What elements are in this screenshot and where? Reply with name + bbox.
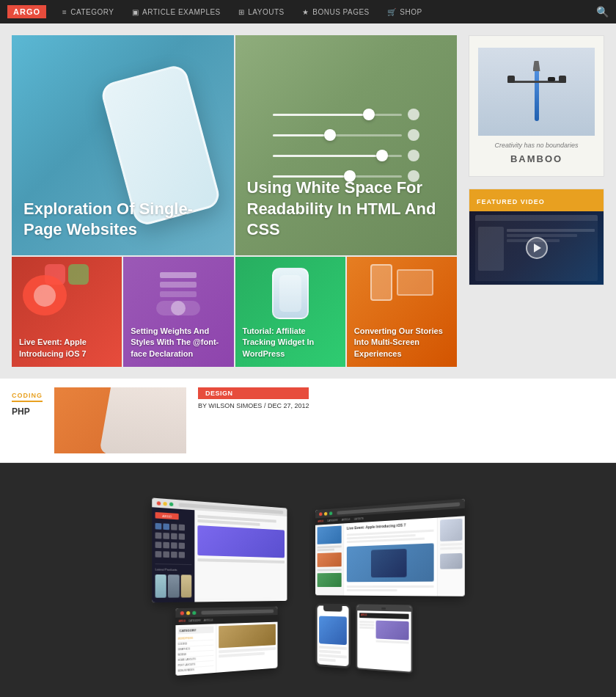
- tag-php: PHP: [12, 406, 43, 417]
- navbar-item-bonus-pages[interactable]: ★ BONUS PAGES: [295, 5, 377, 19]
- tablet-mockup: ARGO: [356, 604, 413, 673]
- bonus-icon: ★: [302, 8, 309, 16]
- browser-mockup-article: ARGO CATEGORY ARTICLE LAYOUTS Live Event…: [315, 498, 465, 596]
- left-content: Exploration Of Single-Page Websites: [12, 35, 457, 367]
- showcase-section: ARGO: [0, 463, 616, 697]
- bottom-card-ios[interactable]: Live Event: Apple Introducing iOS 7: [12, 257, 122, 367]
- featured-video-header: FEATURED VIDEO: [469, 189, 604, 211]
- thumbnail-list: [315, 523, 344, 595]
- window-dot-yellow: [163, 501, 166, 506]
- slider-row-3: [273, 150, 419, 161]
- slider-row-1: [273, 109, 419, 120]
- navbar-item-category[interactable]: ≡ CATEGORY: [55, 5, 122, 19]
- tag-coding[interactable]: CODING: [12, 392, 43, 402]
- cart-icon: 🛒: [387, 8, 397, 16]
- featured-video-section: FEATURED VIDEO: [469, 189, 604, 285]
- main-layout: Exploration Of Single-Page Websites: [0, 23, 616, 379]
- window-dot-red: [157, 501, 161, 506]
- bottom-card-fontface-title: Setting Weights And Styles With The @fon…: [131, 326, 226, 360]
- slider-end-circle-3: [408, 150, 419, 161]
- screenshot-stack-left: ARGO: [152, 497, 287, 677]
- bottom-card-affiliate-title: Tutorial: Affiliate Tracking Widget In W…: [243, 326, 338, 360]
- category-content: ARGO CATEGORY ARTICLE CATEGORY WORDPRESS…: [175, 615, 277, 676]
- video-thumbnail[interactable]: [469, 211, 604, 285]
- preview-phone: [99, 387, 186, 453]
- bottom-cards-grid: Live Event: Apple Introducing iOS 7 Sett…: [12, 257, 457, 367]
- affiliate-graphic: [261, 264, 320, 323]
- browser-mockup-category: ARGO CATEGORY ARTICLE CATEGORY WORDPRESS…: [175, 607, 277, 676]
- article-meta: BY WILSON SIMOES / DEC 27, 2012: [198, 402, 309, 409]
- dark-main: [194, 510, 287, 602]
- bottom-card-fontface[interactable]: Setting Weights And Styles With The @fon…: [123, 257, 233, 367]
- dark-sidebar: ARGO: [152, 507, 194, 602]
- screenshot-stack-right: ARGO CATEGORY ARTICLE LAYOUTS Live Event…: [315, 498, 465, 676]
- small-mockups: ARGO: [315, 603, 465, 677]
- article-author: WILSON SIMOES: [208, 402, 262, 409]
- slider-row-2: [273, 129, 419, 141]
- tag-design-badge: DESIGN: [198, 387, 309, 399]
- below-fold-left: CODING PHP: [12, 387, 43, 417]
- slider-end-circle-2: [408, 129, 419, 141]
- browser-mockup-dark: ARGO: [152, 497, 287, 602]
- menu-icon: ≡: [62, 8, 67, 16]
- layouts-icon: ⊞: [238, 8, 245, 16]
- hero-card-whitespace[interactable]: Using White Space For Readability In HTM…: [235, 35, 458, 255]
- window-dot-green: [169, 502, 173, 506]
- browser-content: ARGO: [152, 507, 287, 602]
- ios-graphic: [23, 275, 67, 315]
- sidebar: Creativity has no boundaries BAMBOO FEAT…: [469, 35, 604, 367]
- featured-video-label: FEATURED VIDEO: [477, 198, 545, 205]
- bottom-card-ios-title: Live Event: Apple Introducing iOS 7: [19, 337, 114, 360]
- bottom-card-converting[interactable]: Converting Our Stories Into Multi-Screen…: [347, 257, 457, 367]
- navbar-items: ≡ CATEGORY ▣ ARTICLE EXAMPLES ⊞ LAYOUTS …: [55, 5, 596, 19]
- ad-robot-graphic: [478, 48, 595, 136]
- ad-tagline: Creativity has no boundaries: [478, 142, 595, 149]
- preview-image[interactable]: [54, 387, 186, 453]
- phone-mockup: [315, 603, 351, 668]
- article-date: DEC 27, 2012: [268, 402, 309, 409]
- hero-grid: Exploration Of Single-Page Websites: [12, 35, 457, 255]
- search-icon[interactable]: 🔍: [596, 6, 609, 18]
- hero-card-2-title: Using White Space For Readability In HTM…: [247, 178, 446, 241]
- below-fold-right: DESIGN BY WILSON SIMOES / DEC 27, 2012: [198, 387, 309, 409]
- article-icon: ▣: [132, 8, 139, 16]
- article-main: Live Event: Apple Introducing iOS 7: [344, 517, 437, 595]
- hero-card-single-page[interactable]: Exploration Of Single-Page Websites: [12, 35, 234, 255]
- hero-card-1-title: Exploration Of Single-Page Websites: [23, 199, 222, 241]
- ad-banner[interactable]: Creativity has no boundaries BAMBOO: [469, 35, 604, 177]
- navbar: ARGO ≡ CATEGORY ▣ ARTICLE EXAMPLES ⊞ LAY…: [0, 0, 616, 23]
- devices-graphic: [370, 264, 433, 301]
- navbar-item-shop[interactable]: 🛒 SHOP: [380, 5, 430, 19]
- navbar-item-layouts[interactable]: ⊞ LAYOUTS: [231, 5, 292, 19]
- slider-end-circle: [408, 109, 419, 120]
- navbar-item-article-examples[interactable]: ▣ ARTICLE EXAMPLES: [125, 5, 228, 19]
- navbar-logo[interactable]: ARGO: [7, 5, 46, 18]
- bottom-card-affiliate[interactable]: Tutorial: Affiliate Tracking Widget In W…: [235, 257, 345, 367]
- fontface-graphic: [149, 268, 208, 319]
- bottom-card-converting-title: Converting Our Stories Into Multi-Screen…: [354, 326, 450, 360]
- ad-brand: BAMBOO: [478, 153, 595, 164]
- below-fold: CODING PHP DESIGN BY WILSON SIMOES / DEC…: [0, 379, 616, 462]
